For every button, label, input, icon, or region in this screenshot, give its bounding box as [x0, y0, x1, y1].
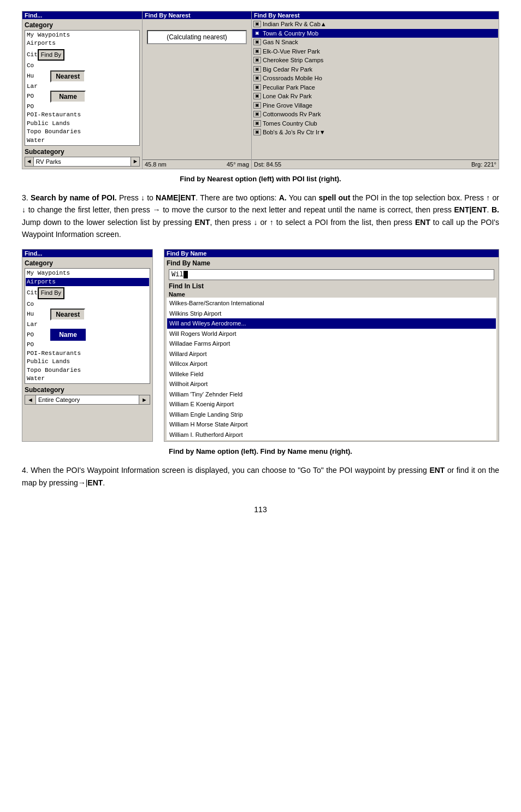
poi-item[interactable]: ▣ Town & Country Mob	[252, 29, 498, 38]
poi-item[interactable]: ▣ Pine Grove Village	[252, 101, 498, 110]
poi-item[interactable]: ▣ Bob's & Jo's Rv Ctr Ir▼	[252, 128, 498, 137]
poi-name: Bob's & Jo's Rv Ctr Ir▼	[263, 128, 325, 137]
poi-item[interactable]: ▣ Gas N Snack	[252, 38, 498, 47]
body-name-ent: NAME|ENT	[156, 193, 196, 202]
find-by-name-section: Find By Name Wil Find In List Name Wilke…	[164, 257, 499, 441]
poi-name: Cherokee Strip Camps	[263, 56, 323, 65]
subcategory-right-arrow[interactable]: ►	[131, 157, 139, 166]
caption1: Find by Nearest option (left) with POI l…	[22, 175, 499, 183]
top-middle-panel: Find By Nearest (Calculating nearest) 45…	[143, 11, 252, 169]
ent-label: ENT	[429, 466, 445, 475]
dst-bar: 45.8 nm 45° mag	[143, 159, 251, 169]
body-intro: Search by name of POI.	[31, 193, 117, 202]
top-screenshot-row: Find... Category My Waypoints Airports C…	[22, 11, 499, 169]
airport-item[interactable]: William E Koenig Airport	[167, 399, 496, 410]
body-ent2: ENT	[415, 218, 430, 227]
ent-label2: ENT	[87, 478, 103, 487]
bottom-right-header: Find By Name	[164, 250, 499, 257]
list-item: POI-Restaurants	[26, 111, 139, 119]
airport-item[interactable]: William H Morse State Airport	[167, 419, 496, 430]
airport-item[interactable]: Wilkes-Barre/Scranton International	[167, 298, 496, 309]
dst-label: 45.8 nm	[145, 161, 167, 168]
poi-name: Indian Park Rv & Cab▲	[263, 20, 327, 29]
airport-item[interactable]: Willadae Farms Airport	[167, 339, 496, 349]
list-item: PO	[26, 103, 139, 111]
subcategory-row: ◄ RV Parks ►	[25, 157, 140, 167]
airport-item[interactable]: Will Rogers World Airport	[167, 329, 496, 339]
list-item: POI-Restaurants	[26, 349, 149, 358]
subcategory-label: Subcategory	[25, 148, 140, 156]
poi-item[interactable]: ▣ Crossroads Mobile Ho	[252, 74, 498, 83]
page-content: Find... Category My Waypoints Airports C…	[22, 11, 499, 514]
bottom-right-panel: Find By Name Find By Name Wil Find In Li…	[164, 249, 499, 442]
body-text-2: 4. When the POI's Waypoint Information s…	[22, 464, 499, 489]
caption2: Find by Name option (left). Find by Name…	[22, 447, 499, 455]
bottom-left-inner: Category My Waypoints Airports Cit Find …	[22, 257, 152, 407]
nearest-button-bottom[interactable]: Nearest	[50, 309, 85, 321]
calculating-text: (Calculating nearest)	[147, 30, 247, 44]
body-number: 3.	[22, 193, 31, 202]
name-input-box[interactable]: Wil	[169, 269, 494, 280]
list-item: Water	[26, 137, 139, 145]
list-item: Lar	[26, 82, 139, 91]
poi-name: Tomes Country Club	[263, 119, 317, 128]
dst-value: Dst: 84.55	[254, 161, 281, 168]
list-item: Lar	[26, 321, 149, 329]
airport-item[interactable]: Willeke Field	[167, 369, 496, 380]
list-item: Cit Find By	[26, 286, 149, 300]
top-left-header: Find...	[22, 11, 142, 19]
name-button[interactable]: Name	[50, 91, 86, 103]
airport-item[interactable]: Willard Airport	[167, 349, 496, 359]
find-by-name-label: Find By Name	[167, 258, 496, 268]
top-right-header: Find By Nearest	[252, 11, 499, 19]
cursor	[183, 271, 188, 278]
top-middle-header: Find By Nearest	[143, 11, 251, 19]
poi-icon: ▣	[253, 21, 261, 27]
list-item: Co	[26, 300, 149, 309]
bottom-screenshot-row: Find... Category My Waypoints Airports C…	[22, 249, 499, 442]
top-middle-inner: (Calculating nearest)	[143, 19, 251, 55]
poi-icon: ▣	[253, 84, 261, 91]
airport-item[interactable]: Willhoit Airport	[167, 379, 496, 389]
nearest-button[interactable]: Nearest	[50, 70, 85, 82]
poi-item[interactable]: ▣ Elk-O-Vue River Park	[252, 47, 498, 56]
airport-item[interactable]: William I. Rutherford Airport	[167, 430, 496, 440]
subcategory-left-arrow[interactable]: ◄	[25, 157, 34, 166]
poi-icon: ▣	[253, 93, 261, 99]
body-ent-ent: ENT|ENT	[454, 205, 487, 214]
bottom-category-label: Category	[25, 259, 150, 267]
poi-item[interactable]: ▣ Big Cedar Rv Park	[252, 65, 498, 74]
body-b: B.	[492, 205, 499, 214]
list-item: Water	[26, 375, 149, 383]
poi-item[interactable]: ▣ Lone Oak Rv Park	[252, 92, 498, 101]
poi-item[interactable]: ▣ Tomes Country Club	[252, 119, 498, 128]
airport-item[interactable]: Willcox Airport	[167, 359, 496, 369]
list-item: Airports	[26, 278, 149, 286]
airport-item[interactable]: William 'Tiny' Zehnder Field	[167, 389, 496, 400]
poi-item[interactable]: ▣ Indian Park Rv & Cab▲	[252, 20, 498, 29]
list-item: Cit Find By	[26, 48, 139, 62]
brg-value: Brg: 221°	[471, 161, 496, 168]
poi-icon: ▣	[253, 57, 261, 63]
poi-item[interactable]: ▣ Cottonwoods Rv Park	[252, 110, 498, 119]
name-result-list: Wilkes-Barre/Scranton International Wilk…	[167, 298, 496, 440]
poi-item[interactable]: ▣ Cherokee Strip Camps	[252, 56, 498, 65]
list-item: My Waypoints	[26, 269, 149, 277]
top-right-panel: Find By Nearest ▣ Indian Park Rv & Cab▲ …	[252, 11, 499, 169]
airport-item[interactable]: Will and Wileys Aerodrome...	[167, 318, 496, 329]
bottom-subcategory-left-arrow[interactable]: ◄	[25, 395, 36, 404]
body-text-1: 3. Search by name of POI. Press ↓ to NAM…	[22, 192, 499, 241]
bottom-subcategory-right-arrow[interactable]: ►	[139, 395, 150, 404]
bottom-subcategory-value: Entire Category	[36, 396, 139, 404]
airport-item[interactable]: William Engle Landing Strip	[167, 410, 496, 420]
poi-name: Cottonwoods Rv Park	[263, 110, 321, 119]
name-button-bottom[interactable]: Name	[50, 329, 86, 341]
airport-item[interactable]: Wilkins Strip Airport	[167, 309, 496, 319]
name-col-header: Name	[167, 291, 496, 298]
list-item: Public Lands	[26, 358, 149, 366]
poi-item[interactable]: ▣ Peculiar Park Place	[252, 83, 498, 92]
poi-name: Pine Grove Village	[263, 101, 312, 110]
poi-name: Peculiar Park Place	[263, 83, 315, 92]
poi-list: ▣ Indian Park Rv & Cab▲ ▣ Town & Country…	[252, 19, 499, 138]
bottom-subcategory-row: ◄ Entire Category ►	[25, 395, 150, 405]
